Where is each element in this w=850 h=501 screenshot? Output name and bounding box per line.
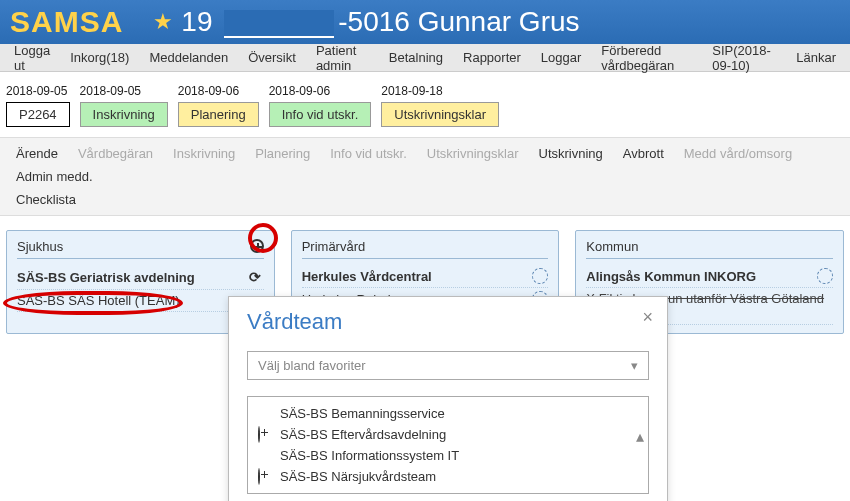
vardteam-modal: × Vårdteam Välj bland favoriter ▾ SÄS-BS… [228,296,668,348]
card-line-text: Alingsås Kommun INKORG [586,269,756,284]
tab-inskrivning[interactable]: Inskrivning [163,142,245,165]
menu-messages[interactable]: Meddelanden [139,46,238,69]
timeline-date: 2018-09-05 [6,84,67,98]
close-icon[interactable]: × [642,307,653,328]
card-line-text: Herkules Vårdcentral [302,269,432,284]
tabs-bar: Ärende Vårdbegäran Inskrivning Planering… [0,137,850,216]
timeline-label: Utskrivningsklar [381,102,499,127]
modal-title: Vårdteam [247,309,649,335]
redacted-block [224,10,334,38]
menu-sip[interactable]: SIP(2018-09-10) [702,39,786,77]
tab-vardbegaran[interactable]: Vårdbegäran [68,142,163,165]
menu-inbox[interactable]: Inkorg(18) [60,46,139,69]
menu-payment[interactable]: Betalning [379,46,453,69]
timeline-label: Planering [178,102,259,127]
menu-logs[interactable]: Loggar [531,46,591,69]
menu-patient-admin[interactable]: Patient admin [306,39,379,77]
app-header: SAMSA ★ 19 -5016 Gunnar Grus [0,0,850,44]
tab-avbrott[interactable]: Avbrott [613,142,674,165]
card-line-text: SÄS-BS SÄS Hotell (TEAM) [17,293,180,308]
timeline-date: 2018-09-06 [178,84,239,98]
tab-arende[interactable]: Ärende [6,142,68,165]
timeline-date: 2018-09-18 [381,84,442,98]
timeline-item[interactable]: 2018-09-05 P2264 [6,84,70,127]
card-line-text: SÄS-BS Geriatrisk avdelning [17,270,195,285]
brand-logo: SAMSA [10,5,123,39]
link-icon[interactable] [817,268,833,284]
menu-reports[interactable]: Rapporter [453,46,531,69]
star-icon[interactable]: ★ [153,9,173,35]
tab-utskrivningsklar[interactable]: Utskrivningsklar [417,142,529,165]
card-line[interactable]: SÄS-BS Geriatrisk avdelning ⟳ [17,265,264,290]
card-line[interactable]: Herkules Vårdcentral [302,265,549,288]
add-icon[interactable] [248,237,266,255]
menu-logout[interactable]: Logga ut [4,39,60,77]
refresh-icon[interactable]: ⟳ [246,268,264,286]
timeline: 2018-09-05 P2264 2018-09-05 Inskrivning … [0,72,850,137]
main-menu: Logga ut Inkorg(18) Meddelanden Översikt… [0,44,850,72]
menu-prepare[interactable]: Förberedd vårdbegäran [591,39,702,77]
card-title: Kommun [586,239,833,259]
tab-admin-medd[interactable]: Admin medd. [6,165,103,188]
timeline-date: 2018-09-06 [269,84,330,98]
tab-medd-vard[interactable]: Medd vård/omsorg [674,142,802,165]
card-title: Primärvård [302,239,549,259]
card-title: Sjukhus [17,239,264,259]
timeline-date: 2018-09-05 [80,84,141,98]
link-icon[interactable] [532,268,548,284]
timeline-item[interactable]: 2018-09-06 Info vid utskr. [269,84,372,127]
timeline-item[interactable]: 2018-09-05 Inskrivning [80,84,168,127]
card-line[interactable]: Alingsås Kommun INKORG [586,265,833,288]
patient-id: 19 -5016 Gunnar Grus [181,6,579,38]
patient-id-prefix: 19 [181,6,212,37]
card-line[interactable]: SÄS-BS SÄS Hotell (TEAM) [17,290,264,312]
tab-utskrivning[interactable]: Utskrivning [529,142,613,165]
tab-info[interactable]: Info vid utskr. [320,142,417,165]
timeline-item[interactable]: 2018-09-18 Utskrivningsklar [381,84,499,127]
menu-overview[interactable]: Översikt [238,46,306,69]
timeline-item[interactable]: 2018-09-06 Planering [178,84,259,127]
tab-planering[interactable]: Planering [245,142,320,165]
timeline-label: Inskrivning [80,102,168,127]
patient-id-suffix: -5016 Gunnar Grus [338,6,579,37]
timeline-label: P2264 [6,102,70,127]
menu-links[interactable]: Länkar [786,46,846,69]
tab-checklista[interactable]: Checklista [6,188,844,211]
timeline-label: Info vid utskr. [269,102,372,127]
